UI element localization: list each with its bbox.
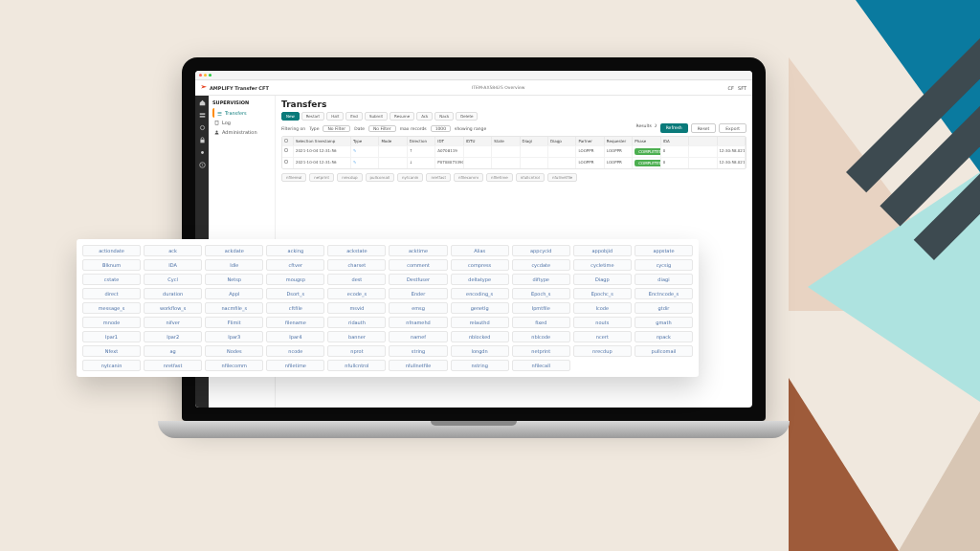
column-chip[interactable]: direct bbox=[82, 288, 141, 299]
col-diagi[interactable]: Diagi bbox=[521, 137, 548, 145]
chip[interactable]: netprint bbox=[309, 173, 334, 182]
column-chip[interactable]: npack bbox=[635, 331, 693, 342]
column-chip[interactable]: Alias bbox=[451, 245, 509, 256]
gear-icon[interactable] bbox=[199, 149, 206, 156]
column-chip[interactable]: nprot bbox=[327, 345, 386, 357]
column-chip[interactable]: nfullnetfile bbox=[389, 360, 447, 371]
column-chip[interactable]: gmath bbox=[635, 317, 693, 328]
col-ida[interactable]: IDA bbox=[661, 137, 689, 145]
window-zoom-icon[interactable] bbox=[209, 74, 212, 77]
column-chip[interactable]: netprint bbox=[512, 345, 570, 357]
chip[interactable]: nretfast bbox=[426, 173, 451, 182]
column-chip[interactable]: appobjid bbox=[573, 245, 632, 256]
column-chip[interactable]: nfiletime bbox=[266, 360, 324, 371]
column-chip[interactable]: IDA bbox=[144, 259, 202, 271]
window-minimize-icon[interactable] bbox=[204, 74, 207, 77]
column-chip[interactable]: Epochc_s bbox=[573, 288, 632, 299]
filter-records-input[interactable]: 1000 bbox=[431, 125, 451, 132]
new-button[interactable]: New bbox=[281, 112, 300, 121]
select-all-checkbox[interactable] bbox=[284, 139, 288, 143]
column-chip[interactable]: actiondate bbox=[82, 245, 141, 256]
column-chip[interactable]: nrecdup bbox=[573, 345, 632, 357]
lock-icon[interactable] bbox=[199, 137, 206, 143]
column-chip[interactable]: Diagp bbox=[573, 274, 632, 285]
column-chip[interactable]: Cycl bbox=[144, 274, 202, 285]
column-chip[interactable]: ncert bbox=[573, 331, 632, 342]
column-chip[interactable]: Destfuser bbox=[389, 274, 447, 285]
column-chip[interactable]: namef bbox=[389, 331, 447, 342]
column-chip[interactable]: Appl bbox=[205, 288, 263, 299]
column-chip[interactable]: cftfile bbox=[266, 302, 324, 314]
toolbar-restart[interactable]: Restart bbox=[301, 112, 324, 121]
column-chip[interactable]: Ipmtfile bbox=[512, 302, 570, 314]
col-seltimestamp[interactable]: Selection timestamp bbox=[294, 137, 351, 145]
column-chip[interactable]: nifver bbox=[144, 317, 202, 328]
row-checkbox[interactable] bbox=[284, 160, 288, 164]
column-chip[interactable]: cstate bbox=[82, 274, 141, 285]
user-menu[interactable]: CF SFT bbox=[728, 85, 746, 91]
column-chip[interactable]: mnode bbox=[82, 317, 141, 328]
column-chip[interactable]: Netsp bbox=[205, 274, 263, 285]
filter-type-select[interactable]: No Filter bbox=[323, 125, 350, 132]
column-chip[interactable]: Ipar3 bbox=[205, 331, 263, 342]
column-chip[interactable]: Ipar4 bbox=[266, 331, 324, 342]
toolbar-end[interactable]: End bbox=[345, 112, 363, 121]
column-chip[interactable]: string bbox=[389, 345, 447, 357]
column-chip[interactable]: longdn bbox=[451, 345, 509, 357]
column-chip[interactable]: cycsig bbox=[635, 259, 693, 271]
column-chip[interactable]: dest bbox=[327, 274, 386, 285]
column-chip[interactable]: nblocked bbox=[451, 331, 509, 342]
chip[interactable]: nfullcntrol bbox=[516, 173, 545, 182]
export-button[interactable]: Export bbox=[719, 123, 746, 133]
column-chip[interactable]: encoding_s bbox=[451, 288, 509, 299]
column-chip[interactable]: ridauth bbox=[327, 317, 386, 328]
column-chip[interactable]: filename bbox=[266, 317, 324, 328]
filter-date-select[interactable]: No Filter bbox=[368, 125, 396, 132]
column-chip[interactable]: duration bbox=[144, 288, 202, 299]
toolbar-delete[interactable]: Delete bbox=[456, 112, 478, 121]
column-chip[interactable]: ack bbox=[144, 245, 202, 256]
column-chip[interactable]: nretfast bbox=[144, 360, 202, 371]
window-close-icon[interactable] bbox=[199, 74, 202, 77]
chip[interactable]: nfiletime bbox=[486, 173, 513, 182]
column-chip[interactable]: Epoch_s bbox=[512, 288, 570, 299]
column-chip[interactable]: ncode bbox=[266, 345, 324, 357]
column-chip[interactable]: nouts bbox=[573, 317, 632, 328]
column-chip[interactable]: Enctncode_s bbox=[635, 288, 693, 299]
col-state[interactable]: State bbox=[492, 137, 520, 145]
column-chip[interactable]: Nfext bbox=[82, 345, 141, 357]
column-chip[interactable]: cycletime bbox=[573, 259, 632, 271]
column-chip[interactable]: appstate bbox=[635, 245, 693, 256]
column-chip[interactable]: Ipar2 bbox=[144, 331, 202, 342]
column-chip[interactable]: Dsort_s bbox=[266, 288, 324, 299]
col-direction[interactable]: Direction bbox=[408, 137, 435, 145]
column-chip[interactable]: diftype bbox=[512, 274, 570, 285]
column-chip[interactable]: deltatype bbox=[451, 274, 509, 285]
column-chip[interactable]: Flimit bbox=[205, 317, 263, 328]
chip[interactable]: nfilecomm bbox=[454, 173, 483, 182]
column-chip[interactable]: Blknum bbox=[82, 259, 141, 271]
column-chip[interactable]: ag bbox=[144, 345, 202, 357]
column-chip[interactable]: workflow_s bbox=[144, 302, 202, 314]
toolbar-ack[interactable]: Ack bbox=[416, 112, 433, 121]
column-chip[interactable]: Ipar1 bbox=[82, 331, 141, 342]
chip[interactable]: nytcanin bbox=[397, 173, 423, 182]
nav-item-log[interactable]: Log bbox=[212, 118, 271, 127]
chip[interactable]: pullcomail bbox=[366, 173, 395, 182]
column-chip[interactable]: nfullcntrol bbox=[327, 360, 386, 371]
col-mode[interactable]: Mode bbox=[379, 137, 407, 145]
column-chip[interactable]: ackstate bbox=[327, 245, 386, 256]
col-idtu[interactable]: IDTU bbox=[464, 137, 492, 145]
reset-button[interactable]: Reset bbox=[691, 123, 717, 133]
column-chip[interactable]: nfilecomm bbox=[205, 360, 263, 371]
column-chip[interactable]: Ender bbox=[389, 288, 447, 299]
column-chip[interactable]: cftver bbox=[266, 259, 324, 271]
column-chip[interactable]: banner bbox=[327, 331, 386, 342]
column-chip[interactable]: emsg bbox=[389, 302, 447, 314]
toolbar-halt[interactable]: Halt bbox=[326, 112, 344, 121]
edit-icon[interactable]: ✎ bbox=[353, 148, 356, 153]
refresh-button[interactable]: Refresh bbox=[660, 123, 688, 133]
home-icon[interactable] bbox=[199, 99, 206, 106]
nav-item-transfers[interactable]: Transfers bbox=[212, 108, 271, 118]
column-chip[interactable]: nacmfile_s bbox=[205, 302, 263, 314]
